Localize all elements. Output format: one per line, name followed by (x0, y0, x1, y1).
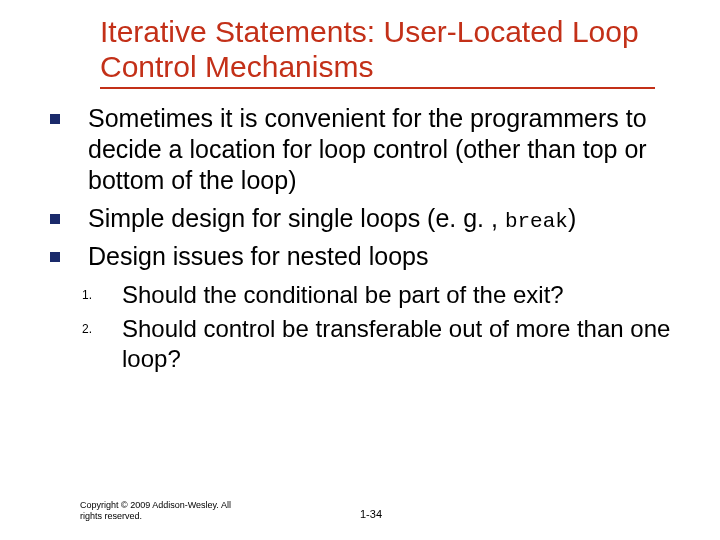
numbered-list: Should the conditional be part of the ex… (28, 280, 692, 374)
bullet-list: Sometimes it is convenient for the progr… (28, 103, 692, 272)
bullet-item: Design issues for nested loops (28, 241, 682, 272)
code-token: break (505, 210, 568, 233)
slide: Iterative Statements: User-Located Loop … (0, 0, 720, 540)
page-number: 1-34 (360, 508, 382, 520)
bullet-text-post: ) (568, 204, 576, 232)
numbered-item: Should control be transferable out of mo… (82, 314, 676, 374)
slide-title: Iterative Statements: User-Located Loop … (100, 14, 655, 89)
bullet-item: Simple design for single loops (e. g. , … (28, 203, 682, 235)
numbered-item: Should the conditional be part of the ex… (82, 280, 676, 310)
bullet-text-pre: Simple design for single loops (e. g. , (88, 204, 505, 232)
copyright-footer: Copyright © 2009 Addison-Wesley. All rig… (80, 500, 240, 522)
bullet-item: Sometimes it is convenient for the progr… (28, 103, 682, 197)
